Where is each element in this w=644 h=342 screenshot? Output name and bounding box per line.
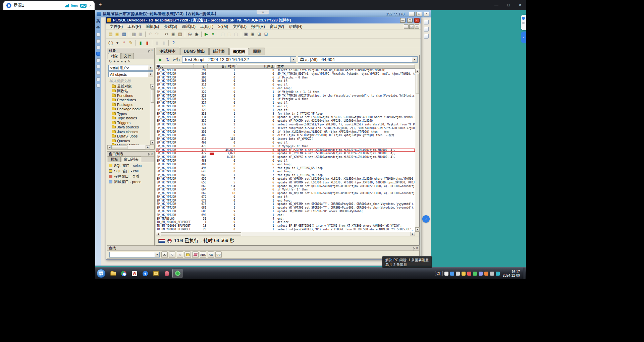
editor-tab[interactable]: 测试脚本 [156, 48, 179, 55]
hospital-tool-button[interactable] [424, 34, 429, 39]
plsql-minimize-button[interactable]: — [400, 18, 406, 23]
find-next-icon[interactable]: ◉ [193, 31, 200, 38]
chrome-icon[interactable] [119, 269, 129, 278]
cut-icon[interactable]: ✂ [163, 31, 170, 38]
paste-icon[interactable]: ▤ [177, 31, 183, 38]
profiler-row[interactable]: SP_YK_YPTJQR32701end if; [156, 101, 415, 105]
new-icon[interactable]: ▤ [107, 31, 114, 38]
hospital-restore-button[interactable]: □ [416, 12, 422, 16]
edit-icon[interactable]: ✎ [128, 60, 130, 63]
scrollbar-thumb[interactable] [161, 232, 241, 236]
tree-item[interactable]: Package bodies [108, 107, 150, 112]
profiler-row[interactable]: SP_YK_YPTJQR4793,0736update YF_ZYCFMX a … [156, 152, 415, 156]
profiler-row[interactable]: SP_YK_YPTJQR65656update YK_YPCKMX set LS… [156, 181, 415, 185]
print-icon[interactable]: ▥ [130, 31, 137, 38]
scroll-up-icon[interactable]: ▲ [415, 69, 420, 73]
tree-horizontal-scrollbar[interactable]: ◀ ▶ [107, 145, 150, 149]
profiler-row[interactable]: SP_YK_YPTJQR49602for tjmx in C_YPTJMX_KS… [156, 167, 415, 170]
sidebar-item[interactable] [96, 33, 100, 37]
hospital-tool-button[interactable] [424, 27, 429, 32]
collapse-panel-handle[interactable]: ‹ [422, 215, 430, 223]
profiler-row[interactable]: SP_TRANSLOG3004end; [156, 217, 415, 221]
mail-icon[interactable]: ✉ [151, 269, 161, 278]
profiler-row[interactable]: SP_YK_YPTJQR66406if Vykthfs='1' then [156, 188, 415, 192]
explorer-icon[interactable] [108, 269, 118, 278]
tray-icon[interactable] [467, 272, 471, 276]
preferences-icon[interactable]: * [121, 40, 127, 46]
collapse-icon[interactable]: − [117, 60, 119, 63]
sidebar-item[interactable] [96, 46, 100, 49]
menu-item[interactable]: 会话(S) [161, 24, 179, 30]
profiler-row[interactable]: SP_YK_YPTJQR31106end if; [156, 83, 415, 87]
mdi-restore-button[interactable]: □ [409, 24, 414, 29]
tray-icon[interactable] [484, 272, 488, 276]
match-case-button[interactable]: ABC [200, 251, 206, 258]
ime-indicator[interactable]: CH [435, 271, 442, 276]
tree-item[interactable]: Type bodies [108, 116, 150, 121]
profiler-row[interactable]: SP_YK_YPTJQR33318for tjmx in C_YPTJMX_YF… [156, 112, 415, 116]
grid-vertical-scrollbar[interactable]: ▲ ▼ [415, 69, 419, 232]
editor-tab[interactable]: DBMS 输出 [180, 48, 209, 55]
profiler-row[interactable]: SP_YK_YPTJQR67206end if; [156, 195, 415, 199]
scroll-left-icon[interactable]: ◀ [156, 232, 160, 236]
profiler-row[interactable]: SP_YK_YPTJQR67811update YK_YPTJMX set SP… [156, 203, 415, 206]
chevron-down-icon[interactable]: ▼ [148, 65, 153, 70]
find-input[interactable]: ▼ [109, 252, 160, 258]
editor-tab[interactable]: 统计表 [209, 48, 229, 55]
profiler-row[interactable]: TR_BM_YD0000_BFUPDDET101declare [156, 221, 415, 224]
profiler-row[interactable]: SP_YK_YPTJQR4858,3186update YF_YZYPSQ a … [156, 156, 415, 159]
tree-vertical-scrollbar[interactable]: ▲ ▼ [150, 84, 154, 145]
hospital-tool-button[interactable] [424, 20, 429, 24]
profiler-row[interactable]: SP_YK_YPTJQR6607346update YK_YPQLMX set … [156, 185, 415, 188]
window-list-item[interactable]: SQL 窗口 - selec [107, 163, 154, 168]
pin-icon[interactable] [413, 247, 415, 249]
tab-templates[interactable]: 模板 [108, 156, 121, 162]
close-icon[interactable]: × [151, 49, 153, 52]
profiler-row[interactable]: SP_YK_YPTJQR33516update YF_PCKCMX set GJ… [156, 119, 415, 123]
tile-windows-icon[interactable]: ▣ [249, 31, 256, 38]
grid-icon[interactable]: ⊞ [256, 31, 263, 38]
column-header[interactable]: 单元 [156, 64, 194, 68]
pin-icon[interactable] [148, 50, 150, 52]
object-filter-combo[interactable]: All objects ▼ [108, 71, 153, 77]
profiler-row[interactable]: SP_YK_YPTJQR65276update YK_YPRKMX set LS… [156, 177, 415, 181]
profiler-row[interactable]: SP_YK_YPTJQR33416update YF_YPKCXX set LS… [156, 116, 415, 119]
viewer-side-handle[interactable]: ‹ [521, 32, 526, 43]
table-icon[interactable]: ⊞ [263, 31, 269, 38]
profiler-row[interactable]: SP_YK_YPTJQR30006if Przcgbz = 0 then [156, 76, 415, 80]
profiler-row[interactable]: SP_YK_YPTJQR48806end if; [156, 159, 415, 163]
profiler-row[interactable]: SP_YK_YPTJQR33726select round(sum(SJKCSL… [156, 123, 415, 127]
hospital-close-button[interactable]: × [424, 12, 429, 16]
copy-icon[interactable]: ▣ [170, 31, 177, 38]
column-header[interactable]: 合计时间 [208, 64, 236, 68]
tree-item[interactable]: Triggers [108, 120, 150, 125]
tray-icon[interactable] [496, 272, 500, 276]
hd-quality-badge[interactable]: HD [80, 4, 87, 8]
chevron-down-icon[interactable]: ▼ [148, 72, 153, 77]
menu-item[interactable]: 宏(M) [216, 24, 230, 30]
profiler-row[interactable]: TR_BM_YD0000_BFUPDDET2301select nvl(max(… [156, 228, 415, 232]
scroll-left-icon[interactable]: ◀ [107, 145, 112, 150]
scroll-down-icon[interactable]: ▼ [150, 140, 155, 145]
profiler-row[interactable]: SP_YK_YPTJQR29116select K2J000 into Vk2j… [156, 69, 415, 72]
whole-word-button[interactable]: AB [208, 251, 214, 258]
sidebar-item[interactable] [96, 84, 100, 88]
profiler-row[interactable]: TR_BM_YD0000_BFUPDDET1801select SF_SF_GE… [156, 224, 415, 228]
tray-icon[interactable] [462, 272, 466, 276]
profiler-row[interactable]: SP_YK_YPTJQR29316SP_YK_YPMXZQ_EDIT(0, tj… [156, 72, 415, 76]
rollback-icon[interactable]: ▮ [144, 40, 151, 46]
profiler-row[interactable]: SP_YK_YPTJQR35006if (tjmx.XLSDJ0>tjmx.YL… [156, 130, 415, 134]
tray-icon[interactable] [479, 272, 483, 276]
sort-icon[interactable]: ▾ [124, 60, 126, 63]
tray-icon[interactable] [490, 272, 494, 276]
expand-icon[interactable]: + [113, 60, 115, 63]
profiler-row[interactable]: SP_YK_YPTJQR32801end if; [156, 105, 415, 109]
regex-button[interactable]: "A" [215, 251, 222, 258]
column-header[interactable]: 具体值 [236, 64, 275, 68]
tab-window-list[interactable]: 窗口列表 [121, 156, 141, 162]
scroll-right-icon[interactable]: ▶ [146, 145, 150, 150]
close-icon[interactable]: × [151, 152, 153, 156]
tree-item[interactable]: Packages [108, 102, 150, 107]
window-list-item[interactable]: 测试窗口 - proce [107, 179, 154, 184]
profiler-refresh-icon[interactable]: ↻ [165, 57, 171, 62]
